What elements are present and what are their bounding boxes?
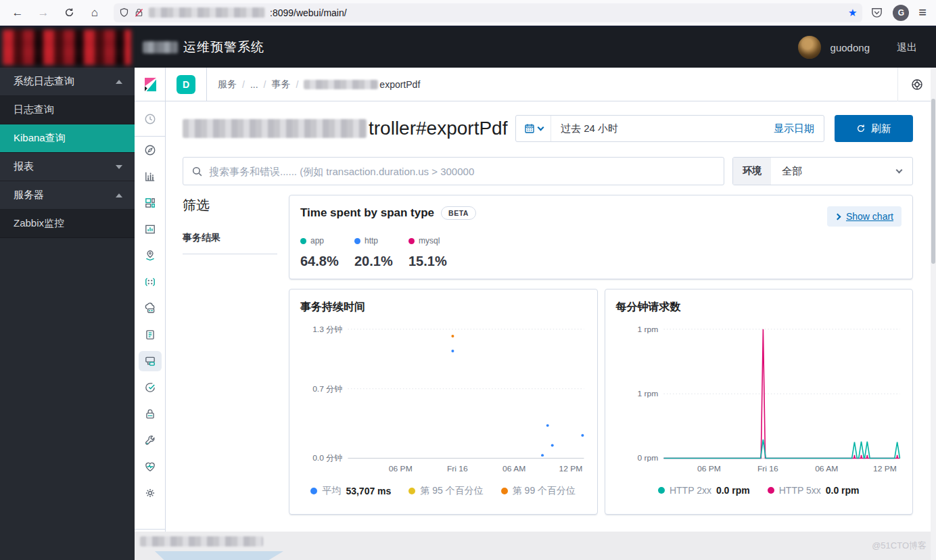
requests-per-minute-chart-card: 每分钟请求数 0 rpm1 rpm1 rpm06 PMFri 1606 AM12… (605, 289, 914, 515)
nav-management[interactable] (135, 480, 165, 506)
time-controls: 过去 24 小时 显示日期 刷新 (515, 115, 913, 142)
tooltip-shape (152, 551, 285, 560)
sidebar-item-kibana-query[interactable]: Kibana查询 (0, 124, 135, 153)
breadcrumb-ellipsis[interactable]: ... (250, 79, 258, 90)
app-sidebar: 系统日志查询 日志查询 Kibana查询 报表 服务器 Zabbix监控 (0, 68, 135, 560)
calendar-icon (524, 123, 535, 134)
svg-text:06 PM: 06 PM (389, 464, 413, 473)
browser-menu-icon[interactable]: ≡ (918, 5, 927, 20)
legend-label: http (365, 236, 378, 246)
wrench-icon (144, 434, 156, 446)
search-field[interactable] (183, 157, 724, 185)
legend-dot (658, 487, 665, 494)
svg-text:0.0 分钟: 0.0 分钟 (312, 454, 342, 463)
insecure-lock-icon (134, 7, 144, 18)
nav-uptime[interactable] (135, 374, 165, 400)
legend-value: 0.0 rpm (716, 485, 750, 496)
transaction-duration-chart: 0.0 分钟0.7 分钟1.3 分钟06 PMFri 1606 AM12 PM (299, 320, 588, 482)
legend-item[interactable]: 平均53,707 ms (310, 485, 391, 497)
breadcrumb-transactions[interactable]: 事务 (271, 78, 290, 91)
apm-icon (144, 355, 156, 367)
search-icon (191, 166, 203, 177)
discover-icon (144, 144, 156, 156)
divider (206, 68, 207, 101)
legend-item[interactable]: 第 99 个百分位 (501, 485, 576, 497)
main-content: D 服务 / ... / 事务 / exportPdf (166, 68, 936, 560)
breadcrumb-separator: / (242, 79, 245, 90)
svg-text:12 PM: 12 PM (873, 464, 897, 473)
nav-apm[interactable] (135, 348, 165, 374)
sidebar-item-label: Zabbix监控 (14, 217, 64, 230)
browser-profile-avatar[interactable]: G (893, 5, 909, 21)
browser-home-button[interactable]: ⌂ (84, 3, 106, 22)
sidebar-item-label: 报表 (14, 160, 34, 173)
time-spent-by-span-type-panel: Time spent by span type BETA Show chart (289, 195, 913, 279)
shield-permissions-icon (119, 7, 129, 18)
redacted-title (183, 119, 367, 138)
nav-discover[interactable] (135, 137, 165, 163)
browser-toolbar: ← → ⌂ :8099/webui/main/ ★ G ≡ (0, 0, 936, 26)
legend-label: app (310, 236, 324, 246)
nav-logs[interactable] (135, 321, 165, 348)
show-dates-button[interactable]: 显示日期 (774, 122, 824, 135)
sidebar-item-reports[interactable]: 报表 (0, 153, 135, 181)
nav-canvas[interactable] (135, 216, 165, 242)
redacted-breadcrumb (304, 80, 378, 89)
kibana-nav-rail (135, 68, 166, 560)
nav-stack-monitoring[interactable] (135, 453, 165, 480)
sidebar-item-system-log-query[interactable]: 系统日志查询 (0, 68, 135, 96)
pocket-icon[interactable] (870, 6, 883, 19)
show-chart-button[interactable]: Show chart (827, 206, 902, 227)
url-text: :8099/webui/main/ (270, 7, 347, 18)
service-badge[interactable]: D (177, 75, 195, 94)
help-icon[interactable] (910, 78, 924, 91)
application-window: ← → ⌂ :8099/webui/main/ ★ G ≡ 运维预警系统 guo… (0, 0, 936, 560)
sidebar-item-zabbix[interactable]: Zabbix监控 (0, 210, 135, 238)
nav-dev-tools[interactable] (135, 427, 165, 453)
breadcrumb-separator: / (264, 79, 266, 90)
logout-button[interactable]: 退出 (897, 41, 917, 54)
legend-dot (768, 487, 774, 494)
nav-infrastructure[interactable] (135, 295, 165, 321)
chevron-up-icon (116, 193, 122, 197)
sidebar-item-label: Kibana查询 (14, 132, 66, 145)
legend-item[interactable]: HTTP 5xx0.0 rpm (768, 485, 860, 496)
redacted-status-text (140, 536, 263, 546)
svg-text:06 AM: 06 AM (815, 464, 838, 473)
breadcrumb-services[interactable]: 服务 (218, 78, 237, 91)
scrollbar-thumb[interactable] (931, 99, 935, 264)
browser-back-button[interactable]: ← (7, 3, 28, 22)
refresh-button[interactable]: 刷新 (835, 115, 913, 142)
status-footer: @51CTO博客 (135, 532, 936, 560)
panel-title: Time spent by span type (300, 206, 434, 220)
nav-visualize[interactable] (135, 163, 165, 189)
recently-viewed-button[interactable] (135, 101, 165, 137)
legend-dot (310, 488, 317, 494)
company-logo (0, 26, 135, 68)
address-bar[interactable]: :8099/webui/main/ ★ (114, 3, 862, 22)
legend-dot (300, 238, 306, 244)
user-avatar[interactable] (798, 36, 821, 59)
bookmark-star-icon[interactable]: ★ (848, 7, 857, 19)
legend-value: 53,707 ms (346, 486, 391, 496)
browser-reload-button[interactable] (58, 3, 80, 22)
environment-select[interactable]: 环境 全部 (732, 157, 913, 185)
quick-select-button[interactable] (516, 116, 551, 141)
search-input[interactable] (209, 166, 716, 177)
nav-machine-learning[interactable] (135, 269, 165, 295)
svg-text:0.7 分钟: 0.7 分钟 (312, 384, 342, 394)
legend-item[interactable]: 第 95 个百分位 (408, 485, 483, 497)
gear-icon (144, 487, 156, 499)
legend-item[interactable]: HTTP 2xx0.0 rpm (658, 485, 750, 496)
nav-dashboard[interactable] (135, 189, 165, 216)
divider (183, 254, 277, 254)
sidebar-item-servers[interactable]: 服务器 (0, 181, 135, 210)
time-range-value[interactable]: 过去 24 小时 (551, 122, 618, 135)
vertical-scrollbar[interactable] (931, 68, 936, 560)
nav-maps[interactable] (135, 242, 165, 269)
sidebar-item-log-query[interactable]: 日志查询 (0, 96, 135, 124)
browser-forward-button[interactable]: → (32, 3, 54, 22)
nav-siem[interactable] (135, 400, 165, 427)
kibana-logo-button[interactable] (135, 68, 165, 101)
span-type-app: app 64.8% (300, 236, 354, 269)
